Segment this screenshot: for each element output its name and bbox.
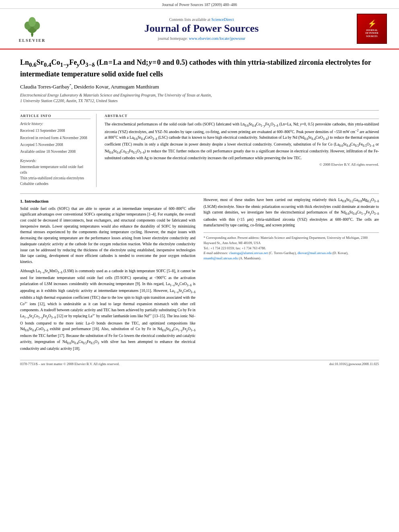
article-revised: Received in revised form 4 November 2008	[20, 136, 90, 141]
paper-authors: Claudia Torres-Garibay*, Desiderio Kovar…	[20, 83, 379, 90]
paper-content: Ln0.6Sr0.4Co1−yFeyO3−δ (Ln = La and Nd; …	[0, 49, 399, 374]
page-bottom-info: 0378-7753/$ – see front matter © 2008 El…	[20, 360, 379, 366]
section1-title: 1. Introduction	[20, 199, 195, 203]
abstract-header: ABSTRACT	[105, 114, 379, 119]
body-right-column: However, most of these studies have been…	[204, 197, 379, 355]
divider-2	[20, 193, 379, 194]
abstract-column: ABSTRACT The electrochemical performance…	[105, 114, 379, 187]
svg-point-4	[29, 17, 36, 27]
issn-info: 0378-7753/$ – see front matter © 2008 El…	[20, 362, 119, 366]
keywords-list: Intermediate temperature solid oxide fue…	[20, 164, 90, 187]
keyword-3: Cobaltite cathodes	[20, 181, 90, 187]
copyright-line: © 2008 Elsevier B.V. All rights reserved…	[105, 162, 379, 166]
journal-citation: Journal of Power Sources 187 (2009) 480–…	[162, 2, 237, 7]
power-sources-logo: ⚡ JOURNALOF POWERSOURCES	[357, 14, 387, 44]
article-online: Available online 18 November 2008	[20, 149, 90, 154]
journal-header-center: Contents lists available at ScienceDirec…	[52, 17, 351, 41]
elsevier-wordmark: ELSEVIER	[19, 38, 46, 43]
intro-para1: Solid oxide fuel cells (SOFC) that are a…	[20, 206, 195, 265]
journal-header: ELSEVIER Contents lists available at Sci…	[0, 9, 399, 49]
page: Journal of Power Sources 187 (2009) 480–…	[0, 0, 399, 532]
email-link-2[interactable]: dkovar@mail.utexas.edu	[298, 251, 332, 255]
footnote-section: * Corresponding author. Present address:…	[204, 232, 379, 261]
sciencedirect-link[interactable]: ScienceDirect	[211, 17, 234, 22]
footnote-star: * Corresponding author. Present address:…	[204, 235, 379, 261]
journal-top-bar: Journal of Power Sources 187 (2009) 480–…	[0, 0, 399, 9]
email-label: E-mail addresses:	[204, 251, 228, 255]
paper-title: Ln0.6Sr0.4Co1−yFeyO3−δ (Ln = La and Nd; …	[20, 58, 379, 79]
paper-affiliation: Electrochemical Energy Laboratory & Mate…	[20, 92, 379, 104]
article-info-abstract-section: ARTICLE INFO Article history: Received 1…	[20, 114, 379, 187]
journal-title: Journal of Power Sources	[52, 23, 351, 35]
power-sources-logo-container: ⚡ JOURNALOF POWERSOURCES	[351, 14, 387, 44]
article-info-column: ARTICLE INFO Article history: Received 1…	[20, 114, 97, 187]
keywords-label: Keywords:	[20, 159, 90, 163]
article-received1: Received 13 September 2008	[20, 128, 90, 134]
body-left-column: 1. Introduction Solid oxide fuel cells (…	[20, 197, 195, 355]
divider-1	[20, 110, 379, 111]
article-info-header: ARTICLE INFO	[20, 114, 90, 119]
email-link-3[interactable]: rmanth@mail.utexas.edu	[204, 256, 238, 260]
doi-info: doi:10.1016/j.jpowsour.2008.11.025	[329, 362, 379, 366]
abstract-text: The electrochemical performances of the …	[105, 121, 379, 161]
journal-homepage-line: journal homepage: www.elsevier.com/locat…	[52, 36, 351, 41]
journal-url[interactable]: www.elsevier.com/locate/jpowsour	[189, 36, 245, 41]
intro-para2: Although La1−xSrxMnO3−δ (LSM) is commonl…	[20, 268, 195, 352]
body-section: 1. Introduction Solid oxide fuel cells (…	[20, 197, 379, 355]
keyword-2: Thin yttria-stabilized zirconia electrol…	[20, 175, 90, 181]
sciencedirect-line: Contents lists available at ScienceDirec…	[52, 17, 351, 22]
keyword-1: Intermediate temperature solid oxide fue…	[20, 164, 90, 176]
elsevier-tree-icon	[20, 15, 44, 37]
article-accepted: Accepted 5 November 2008	[20, 142, 90, 148]
email-link-1[interactable]: clautoga@alumni.utexas.net	[229, 251, 268, 255]
elsevier-logo: ELSEVIER	[12, 15, 52, 43]
elsevier-logo-container: ELSEVIER	[12, 15, 52, 43]
article-history-label: Article history:	[20, 121, 90, 127]
bolt-icon: ⚡	[368, 19, 376, 29]
intro-para3: However, most of these studies have been…	[204, 197, 379, 228]
svg-rect-5	[31, 33, 33, 36]
